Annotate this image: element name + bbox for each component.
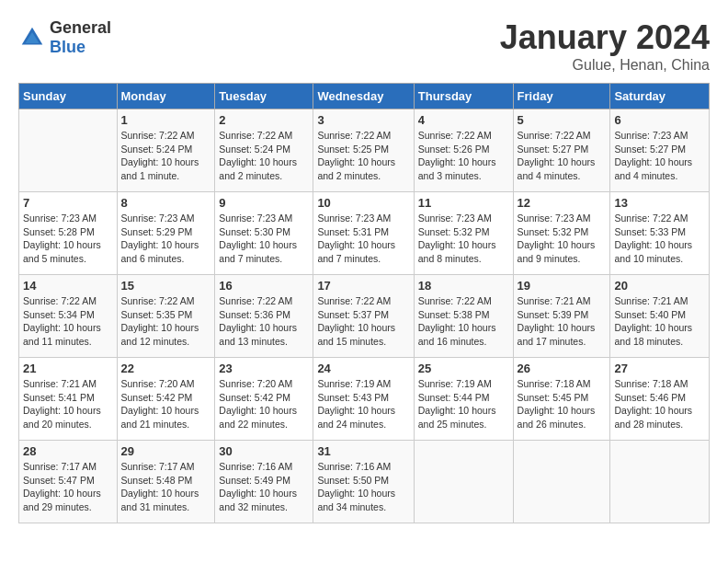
day-number: 19 — [518, 279, 607, 293]
calendar-week-4: 21Sunrise: 7:21 AMSunset: 5:41 PMDayligh… — [19, 358, 710, 441]
calendar-cell: 12Sunrise: 7:23 AMSunset: 5:32 PMDayligh… — [513, 192, 610, 275]
day-info: Sunrise: 7:22 AMSunset: 5:24 PMDaylight:… — [219, 129, 309, 183]
calendar-cell: 31Sunrise: 7:16 AMSunset: 5:50 PMDayligh… — [313, 441, 414, 523]
location-subtitle: Gulue, Henan, China — [500, 57, 710, 74]
day-number: 20 — [614, 279, 705, 293]
day-info: Sunrise: 7:22 AMSunset: 5:38 PMDaylight:… — [418, 294, 509, 349]
day-info: Sunrise: 7:22 AMSunset: 5:27 PMDaylight:… — [518, 129, 607, 183]
logo-icon — [18, 24, 46, 52]
weekday-header-friday: Friday — [513, 84, 610, 109]
weekday-header-wednesday: Wednesday — [313, 84, 414, 109]
day-info: Sunrise: 7:23 AMSunset: 5:30 PMDaylight:… — [219, 212, 309, 266]
day-info: Sunrise: 7:22 AMSunset: 5:33 PMDaylight:… — [614, 212, 705, 266]
calendar-cell: 1Sunrise: 7:22 AMSunset: 5:24 PMDaylight… — [117, 109, 215, 192]
day-number: 28 — [23, 444, 113, 458]
calendar-header: SundayMondayTuesdayWednesdayThursdayFrid… — [19, 84, 710, 109]
day-info: Sunrise: 7:22 AMSunset: 5:26 PMDaylight:… — [418, 129, 509, 183]
calendar-cell: 28Sunrise: 7:17 AMSunset: 5:47 PMDayligh… — [19, 441, 118, 523]
calendar-cell: 4Sunrise: 7:22 AMSunset: 5:26 PMDaylight… — [414, 109, 513, 192]
day-info: Sunrise: 7:23 AMSunset: 5:28 PMDaylight:… — [23, 212, 113, 266]
calendar-week-3: 14Sunrise: 7:22 AMSunset: 5:34 PMDayligh… — [19, 275, 710, 358]
calendar-cell: 5Sunrise: 7:22 AMSunset: 5:27 PMDaylight… — [513, 109, 610, 192]
calendar-cell: 18Sunrise: 7:22 AMSunset: 5:38 PMDayligh… — [414, 275, 513, 358]
day-number: 12 — [518, 196, 607, 210]
calendar-week-1: 1Sunrise: 7:22 AMSunset: 5:24 PMDaylight… — [19, 109, 710, 192]
day-number: 5 — [518, 113, 607, 127]
day-number: 2 — [219, 113, 309, 127]
calendar-cell — [610, 441, 710, 523]
day-info: Sunrise: 7:18 AMSunset: 5:46 PMDaylight:… — [614, 377, 705, 431]
day-number: 10 — [317, 196, 409, 210]
calendar-cell: 26Sunrise: 7:18 AMSunset: 5:45 PMDayligh… — [513, 358, 610, 441]
day-number: 8 — [121, 196, 211, 210]
calendar-cell: 22Sunrise: 7:20 AMSunset: 5:42 PMDayligh… — [117, 358, 215, 441]
title-block: January 2024 Gulue, Henan, China — [500, 18, 710, 74]
day-number: 9 — [219, 196, 309, 210]
calendar-cell: 6Sunrise: 7:23 AMSunset: 5:27 PMDaylight… — [610, 109, 710, 192]
calendar-week-5: 28Sunrise: 7:17 AMSunset: 5:47 PMDayligh… — [19, 441, 710, 523]
day-info: Sunrise: 7:22 AMSunset: 5:24 PMDaylight:… — [121, 129, 211, 183]
day-info: Sunrise: 7:16 AMSunset: 5:49 PMDaylight:… — [219, 460, 309, 514]
day-number: 16 — [219, 279, 309, 293]
calendar-cell: 10Sunrise: 7:23 AMSunset: 5:31 PMDayligh… — [313, 192, 414, 275]
day-info: Sunrise: 7:23 AMSunset: 5:27 PMDaylight:… — [614, 129, 705, 183]
weekday-header-monday: Monday — [117, 84, 215, 109]
day-info: Sunrise: 7:22 AMSunset: 5:35 PMDaylight:… — [121, 294, 211, 349]
day-number: 21 — [23, 362, 113, 375]
calendar-cell: 24Sunrise: 7:19 AMSunset: 5:43 PMDayligh… — [313, 358, 414, 441]
logo: General Blue — [18, 18, 111, 57]
day-number: 15 — [121, 279, 211, 293]
calendar-cell: 11Sunrise: 7:23 AMSunset: 5:32 PMDayligh… — [414, 192, 513, 275]
day-number: 6 — [614, 113, 705, 127]
calendar-body: 1Sunrise: 7:22 AMSunset: 5:24 PMDaylight… — [19, 109, 710, 523]
day-info: Sunrise: 7:21 AMSunset: 5:41 PMDaylight:… — [23, 377, 113, 431]
day-info: Sunrise: 7:19 AMSunset: 5:43 PMDaylight:… — [317, 377, 409, 431]
day-info: Sunrise: 7:23 AMSunset: 5:29 PMDaylight:… — [121, 212, 211, 266]
calendar-cell: 21Sunrise: 7:21 AMSunset: 5:41 PMDayligh… — [19, 358, 118, 441]
calendar-cell: 17Sunrise: 7:22 AMSunset: 5:37 PMDayligh… — [313, 275, 414, 358]
calendar-cell — [513, 441, 610, 523]
day-info: Sunrise: 7:22 AMSunset: 5:34 PMDaylight:… — [23, 294, 113, 349]
day-number: 25 — [418, 362, 509, 375]
day-number: 7 — [23, 196, 113, 210]
calendar-cell: 20Sunrise: 7:21 AMSunset: 5:40 PMDayligh… — [610, 275, 710, 358]
day-number: 4 — [418, 113, 509, 127]
day-info: Sunrise: 7:23 AMSunset: 5:32 PMDaylight:… — [518, 212, 607, 266]
calendar-cell: 16Sunrise: 7:22 AMSunset: 5:36 PMDayligh… — [215, 275, 313, 358]
day-info: Sunrise: 7:22 AMSunset: 5:37 PMDaylight:… — [317, 294, 409, 349]
day-number: 27 — [614, 362, 705, 375]
day-info: Sunrise: 7:20 AMSunset: 5:42 PMDaylight:… — [219, 377, 309, 431]
day-number: 30 — [219, 444, 309, 458]
calendar-cell: 14Sunrise: 7:22 AMSunset: 5:34 PMDayligh… — [19, 275, 118, 358]
day-info: Sunrise: 7:19 AMSunset: 5:44 PMDaylight:… — [418, 377, 509, 431]
day-info: Sunrise: 7:23 AMSunset: 5:32 PMDaylight:… — [418, 212, 509, 266]
day-info: Sunrise: 7:17 AMSunset: 5:47 PMDaylight:… — [23, 460, 113, 514]
calendar-cell: 30Sunrise: 7:16 AMSunset: 5:49 PMDayligh… — [215, 441, 313, 523]
calendar-cell: 3Sunrise: 7:22 AMSunset: 5:25 PMDaylight… — [313, 109, 414, 192]
calendar-cell — [19, 109, 118, 192]
calendar-cell: 2Sunrise: 7:22 AMSunset: 5:24 PMDaylight… — [215, 109, 313, 192]
day-number: 24 — [317, 362, 409, 375]
month-title: January 2024 — [500, 18, 710, 57]
day-info: Sunrise: 7:17 AMSunset: 5:48 PMDaylight:… — [121, 460, 211, 514]
logo-blue-text: Blue — [50, 38, 85, 56]
calendar-cell: 13Sunrise: 7:22 AMSunset: 5:33 PMDayligh… — [610, 192, 710, 275]
calendar-cell: 8Sunrise: 7:23 AMSunset: 5:29 PMDaylight… — [117, 192, 215, 275]
calendar-cell: 27Sunrise: 7:18 AMSunset: 5:46 PMDayligh… — [610, 358, 710, 441]
day-info: Sunrise: 7:21 AMSunset: 5:39 PMDaylight:… — [518, 294, 607, 349]
day-number: 23 — [219, 362, 309, 375]
weekday-header-saturday: Saturday — [610, 84, 710, 109]
calendar-cell: 19Sunrise: 7:21 AMSunset: 5:39 PMDayligh… — [513, 275, 610, 358]
day-number: 26 — [518, 362, 607, 375]
day-info: Sunrise: 7:23 AMSunset: 5:31 PMDaylight:… — [317, 212, 409, 266]
day-number: 3 — [317, 113, 409, 127]
day-info: Sunrise: 7:18 AMSunset: 5:45 PMDaylight:… — [518, 377, 607, 431]
weekday-header-tuesday: Tuesday — [215, 84, 313, 109]
day-number: 22 — [121, 362, 211, 375]
day-number: 18 — [418, 279, 509, 293]
calendar-cell: 23Sunrise: 7:20 AMSunset: 5:42 PMDayligh… — [215, 358, 313, 441]
day-info: Sunrise: 7:22 AMSunset: 5:36 PMDaylight:… — [219, 294, 309, 349]
weekday-header-thursday: Thursday — [414, 84, 513, 109]
calendar-cell — [414, 441, 513, 523]
day-number: 17 — [317, 279, 409, 293]
